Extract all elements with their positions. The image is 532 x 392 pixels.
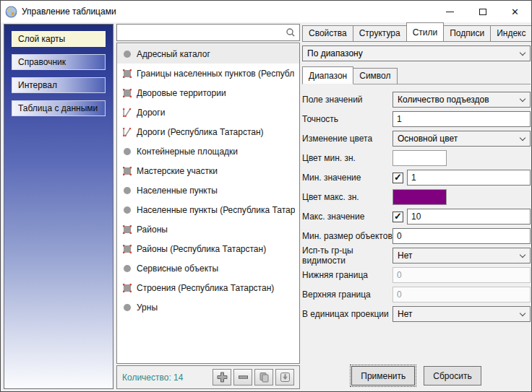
form-row: Цвет мин. зн. <box>302 150 531 166</box>
tabstrip: Свойства Структура Стили Подписи Индекс <box>302 24 531 42</box>
reset-button[interactable]: Сбросить <box>424 366 481 386</box>
subtab-symbol[interactable]: Символ <box>353 68 397 84</box>
list-item[interactable]: Сервисные объекты <box>117 258 299 278</box>
close-button[interactable]: ✕ <box>499 1 531 22</box>
chevron-down-icon <box>520 135 525 141</box>
list-item[interactable]: Границы населенных пунктов (Республ <box>117 64 299 83</box>
tab-styles[interactable]: Стили <box>406 22 445 42</box>
tab-labels[interactable]: Подписи <box>443 25 491 42</box>
list-item[interactable]: Населенные пункты <box>117 180 299 200</box>
minimize-button[interactable] <box>434 1 466 22</box>
form-row: Цвет макс. зн. <box>302 189 531 205</box>
list-item[interactable]: Дороги (Республика Татарстан) <box>117 122 299 141</box>
list-item-label: Населенные пункты <box>137 186 218 196</box>
style-panel: Свойства Структура Стили Подписи Индекс … <box>302 24 531 389</box>
list-item[interactable]: Мастерские участки <box>117 161 299 180</box>
point-icon <box>122 147 132 156</box>
form-row: Макс. значение <box>302 209 531 225</box>
min-value-input[interactable] <box>407 170 531 186</box>
copy-layer-button[interactable] <box>254 369 273 386</box>
maximize-button[interactable] <box>466 1 499 22</box>
lower-bound-input <box>392 267 531 283</box>
point-icon <box>122 50 132 58</box>
list-item-label: Контейнерные площадки <box>137 147 238 157</box>
list-item[interactable]: Урны <box>117 297 299 317</box>
precision-input[interactable] <box>392 111 531 127</box>
form-row: Точность <box>302 111 531 127</box>
list-item[interactable]: Контейнерные площадки <box>117 141 299 161</box>
style-mode-select[interactable]: По диапазону <box>302 45 531 61</box>
sidebar-item-interval[interactable]: Интервал <box>12 77 106 93</box>
list-item-label: Сервисные объекты <box>137 263 218 274</box>
line-icon <box>122 108 132 117</box>
close-icon: ✕ <box>511 7 519 17</box>
form-row: Исп-ть гр-цы видимости Нет <box>302 248 531 263</box>
form-row: Нижняя граница <box>302 267 531 283</box>
list-item[interactable]: Строения (Республика Татарстан) <box>117 278 299 297</box>
apply-button[interactable]: Применить <box>351 366 415 386</box>
tab-structure[interactable]: Структура <box>353 25 407 42</box>
remove-layer-button[interactable] <box>233 369 252 386</box>
minus-icon <box>238 372 249 383</box>
chevron-down-icon <box>520 310 525 316</box>
field-label: Изменение цвета <box>302 134 392 144</box>
min-color-swatch[interactable] <box>392 150 447 166</box>
upper-bound-input <box>392 287 531 302</box>
footer: Применить Сбросить <box>302 366 531 386</box>
list-item-label: Дороги (Республика Татарстан) <box>137 127 264 137</box>
list-item[interactable]: Районы (Республика Татарстан) <box>117 239 299 258</box>
list-item[interactable]: Населенные пункты (Республика Татар <box>117 200 299 219</box>
field-label: Цвет макс. зн. <box>302 192 392 202</box>
copy-icon <box>259 372 270 383</box>
maximize-icon <box>479 9 486 15</box>
color-change-select[interactable]: Основной цвет <box>392 131 531 147</box>
min-value-checkbox[interactable] <box>392 173 403 183</box>
projection-units-select[interactable]: Нет <box>392 306 531 322</box>
field-label: Верхняя граница <box>302 289 392 300</box>
table-management-window: Управление таблицами ✕ Слой карты Справо… <box>0 0 532 392</box>
list-item[interactable]: Районы <box>117 219 299 239</box>
layer-list-footer: Количество: 14 <box>116 365 300 389</box>
polygon-icon <box>122 89 132 97</box>
list-item-label: Урны <box>137 302 158 313</box>
subtab-range[interactable]: Диапазон <box>302 66 353 84</box>
layer-list[interactable]: Адресный каталог Границы населенных пунк… <box>116 43 300 364</box>
min-object-size-input[interactable] <box>392 228 531 244</box>
point-icon <box>122 264 132 273</box>
chevron-down-icon <box>520 50 525 56</box>
list-item[interactable]: Дворовые территории <box>117 83 299 103</box>
max-value-input[interactable] <box>407 209 531 225</box>
form-row: Изменение цвета Основной цвет <box>302 131 531 147</box>
list-item[interactable]: Дороги <box>117 103 299 122</box>
search-input[interactable] <box>117 25 285 40</box>
form-row: Мин. значение <box>302 170 531 186</box>
list-item[interactable]: Адресный каталог <box>117 44 299 64</box>
field-label: Макс. значение <box>302 212 392 222</box>
list-item-label: Строения (Республика Татарстан) <box>137 283 274 293</box>
max-color-swatch[interactable] <box>392 189 447 205</box>
visibility-bounds-select[interactable]: Нет <box>392 248 531 263</box>
sidebar-item-data-table[interactable]: Таблица с данными <box>12 100 106 116</box>
tab-index[interactable]: Индекс <box>490 25 532 42</box>
chevron-down-icon <box>520 96 525 102</box>
import-layer-button[interactable] <box>275 369 294 386</box>
list-item-label: Адресный каталог <box>137 49 210 59</box>
form-row: В единицах проекции Нет <box>302 306 531 322</box>
window-title: Управление таблицами <box>22 6 116 17</box>
minimize-icon <box>446 12 454 12</box>
point-icon <box>122 303 132 312</box>
sidebar-item-directory[interactable]: Справочник <box>12 54 106 70</box>
line-icon <box>122 128 132 136</box>
polygon-icon <box>122 245 132 253</box>
globe-icon <box>5 6 17 18</box>
max-value-checkbox[interactable] <box>392 212 403 222</box>
subtabstrip: Диапазон Символ <box>302 66 531 84</box>
tab-properties[interactable]: Свойства <box>302 25 353 42</box>
values-field-select[interactable]: Количество подъездов <box>392 92 531 108</box>
point-icon <box>122 206 132 214</box>
polygon-icon <box>122 167 132 175</box>
add-layer-button[interactable] <box>213 369 231 386</box>
main-area: Слой карты Справочник Интервал Таблица с… <box>1 22 531 391</box>
plus-icon <box>217 372 228 383</box>
sidebar-item-map-layer[interactable]: Слой карты <box>12 31 106 47</box>
